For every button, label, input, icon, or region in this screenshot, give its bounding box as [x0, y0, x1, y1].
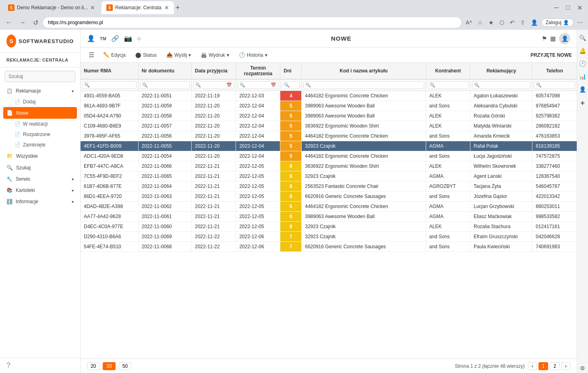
search-cell-reklamujacy: 🔍	[472, 81, 530, 89]
right-settings-icon[interactable]: ⚙	[578, 363, 587, 373]
wysli-button[interactable]: 📤 Wyślij ▾	[162, 50, 195, 60]
calendar-icon-terminrozp[interactable]: 📅	[271, 82, 276, 88]
table-row[interactable]: 961A-4693-9B7F 2022-11-0059 2022-11-20 2…	[81, 101, 577, 111]
right-person-icon[interactable]: 👤	[578, 84, 588, 94]
table-row[interactable]: 05D4-4A24-A790 2022-11-0058 2022-11-20 2…	[81, 111, 577, 121]
page-size-20[interactable]: 20	[87, 362, 99, 370]
minimize-btn[interactable]: ─	[552, 3, 561, 12]
back-btn[interactable]: ←	[3, 18, 14, 27]
page-prev-btn[interactable]: ‹	[528, 362, 537, 370]
status-button[interactable]: ⬤ Status	[131, 50, 161, 60]
cell-rma: 7C55-4F9D-8EF2	[81, 171, 138, 181]
toolbar-person-icon[interactable]: 👤	[87, 35, 95, 42]
nav-sub-item-zamkniete[interactable]: 📄 Zamknięte	[0, 140, 80, 150]
cell-terminrozp: 2022-12-04	[236, 121, 280, 131]
tab-close-2[interactable]: ✕	[164, 4, 169, 11]
table-row[interactable]: 61B7-4D6B-877E 2022-11-0064 2022-11-21 2…	[81, 181, 577, 192]
new-tab-button[interactable]: +	[176, 4, 180, 12]
nav-item-wszystkie[interactable]: 📁 Wszystkie	[0, 150, 80, 162]
share-btn[interactable]: ⇧	[518, 19, 527, 27]
tab-close-1[interactable]: ✕	[90, 4, 95, 11]
search-input-nrdok[interactable]	[149, 83, 188, 88]
right-office-icon[interactable]: 📊	[578, 72, 588, 81]
nav-sub-item-wrealizacji[interactable]: 📄 W realizacji	[0, 119, 80, 129]
right-search-icon[interactable]: 🔍	[578, 33, 588, 43]
nav-sub-item-rozpatrzone[interactable]: 📄 Rozpatrzone	[0, 129, 80, 140]
toolbar-flag-btn[interactable]: ⚑	[542, 33, 547, 44]
help-button[interactable]: ?	[6, 361, 10, 370]
search-input-dataprzyjecia[interactable]	[203, 83, 225, 88]
more-btn[interactable]: ⋯	[575, 19, 585, 27]
menu-toggle-button[interactable]: ☰	[85, 49, 97, 60]
search-icon-nrdok: 🔍	[142, 82, 148, 88]
table-row[interactable]: EFB7-447C-A8CA 2022-11-0066 2022-11-21 2…	[81, 161, 577, 171]
address-input[interactable]	[43, 17, 461, 28]
page-size-50[interactable]: 50	[119, 362, 131, 370]
account-btn[interactable]: 👤	[529, 19, 540, 27]
table-row[interactable]: 4DAD-4B2E-A398 2022-11-0062 2022-11-21 2…	[81, 202, 577, 212]
nav-item-szukaj[interactable]: 🔍 Szukaj	[0, 162, 80, 173]
table-row[interactable]: AA77-4A42-9628 2022-11-0061 2022-11-21 2…	[81, 212, 577, 222]
table-row[interactable]: 86D1-4EEA-9720 2022-11-0063 2022-11-21 2…	[81, 192, 577, 202]
nav-sub-item-dodaj[interactable]: 📄 Dodaj	[0, 97, 80, 107]
login-button[interactable]: Zaloguj 👤	[541, 19, 574, 27]
edycja-button[interactable]: ✏️ Edycja	[99, 50, 130, 60]
search-input-artykul[interactable]	[313, 83, 422, 88]
search-input-reklamujacy[interactable]	[481, 83, 528, 88]
nav-group-reklamacje[interactable]: 📋 Reklamacje ▾	[0, 85, 80, 97]
cell-telefon: 042046628	[532, 232, 577, 242]
table-row[interactable]: D290-4310-B6A6 2022-11-0069 2022-11-22 2…	[81, 232, 577, 242]
page-size-30[interactable]: 30	[103, 362, 115, 370]
right-add-icon[interactable]: +	[579, 97, 586, 109]
performance-btn[interactable]: Aᴬ	[464, 19, 474, 27]
toolbar-grid-btn[interactable]: ▦	[550, 33, 556, 44]
cell-telefon: 422013342	[532, 192, 577, 202]
pagination-bar: 20 30 50 Strona 1 z 2 (łącznie 48 wiersz…	[81, 359, 577, 373]
search-input-dni[interactable]	[291, 83, 298, 88]
table-row[interactable]: 4931-4559-BA05 2022-11-0051 2022-11-19 2…	[81, 91, 577, 101]
page-next-btn[interactable]: ›	[561, 362, 570, 370]
print-icon: 🖨️	[201, 52, 207, 58]
sidebar-search-input[interactable]	[5, 71, 75, 82]
table-row[interactable]: 4EF1-41FD-B009 2022-11-0055 2022-11-20 2…	[81, 141, 577, 151]
nav-group-serwis[interactable]: 🔧 Serwis ▾	[0, 173, 80, 185]
table-row[interactable]: C109-4680-B6E9 2022-11-0057 2022-11-20 2…	[81, 121, 577, 131]
cell-artykul: 6620916 Generic Concrete Sausages	[302, 242, 426, 252]
page-2-btn[interactable]: 2	[550, 362, 560, 370]
restore-btn[interactable]: □	[563, 3, 572, 12]
collection-btn[interactable]: ⬡	[497, 19, 506, 27]
favorites-btn[interactable]: ☆	[476, 19, 485, 27]
history-ext-btn[interactable]: ↶	[508, 19, 517, 27]
right-bell-icon[interactable]: 🔔	[578, 46, 588, 56]
nav-group-informacje[interactable]: ℹ️ Informacje ▾	[0, 196, 80, 207]
toolbar-hierarchy-icon[interactable]: 🔗	[111, 35, 119, 42]
toolbar-user-btn[interactable]: 👤	[559, 33, 570, 44]
reload-btn[interactable]: ↺	[31, 18, 41, 27]
close-btn[interactable]: ✕	[575, 3, 585, 12]
calendar-icon-dataprzyjecia[interactable]: 📅	[226, 82, 232, 88]
browser-tab-1[interactable]: S Demo Reklamacje - Demo on li... ✕	[3, 1, 100, 14]
search-input-terminrozp[interactable]	[247, 83, 269, 88]
wydruk-button[interactable]: 🖨️ Wydruk ▾	[197, 50, 233, 60]
table-row[interactable]: 54FE-4E74-B510 2022-11-0068 2022-11-22 2…	[81, 242, 577, 252]
table-row[interactable]: 7C55-4F9D-8EF2 2022-11-0065 2022-11-21 2…	[81, 171, 577, 181]
edit-icon: ✏️	[103, 52, 110, 58]
search-input-telefon[interactable]	[543, 83, 573, 88]
forward-btn[interactable]: →	[17, 18, 28, 27]
star-btn[interactable]: ★	[487, 19, 496, 27]
right-history-icon[interactable]: 🕐	[578, 59, 588, 68]
toolbar-camera-icon[interactable]: 📷	[124, 35, 132, 42]
nav-group-kartoteki[interactable]: 📚 Kartoteki ▾	[0, 185, 80, 196]
table-row[interactable]: D4EC-4C0A-977E 2022-11-0060 2022-11-21 2…	[81, 222, 577, 232]
search-input-kontrahent[interactable]	[437, 83, 466, 88]
toolbar-circle-icon[interactable]: ○	[137, 35, 141, 42]
table-row[interactable]: ADC1-420A-9ED8 2022-11-0054 2022-11-20 2…	[81, 151, 577, 161]
page-1-btn[interactable]: 1	[538, 362, 549, 370]
search-input-rma[interactable]	[91, 83, 135, 88]
nav-item-nowe[interactable]: 📄 Nowe	[3, 107, 77, 119]
browser-tab-2[interactable]: S Reklamacje: Centrala ✕	[101, 1, 174, 14]
historia-button[interactable]: 🕐 Historia ▾	[235, 50, 271, 60]
table-row[interactable]: 3978-495F-AF65 2022-11-0056 2022-11-20 2…	[81, 131, 577, 141]
wysli-arrow: ▾	[188, 52, 191, 58]
cell-rma: ADC1-420A-9ED8	[81, 151, 138, 161]
